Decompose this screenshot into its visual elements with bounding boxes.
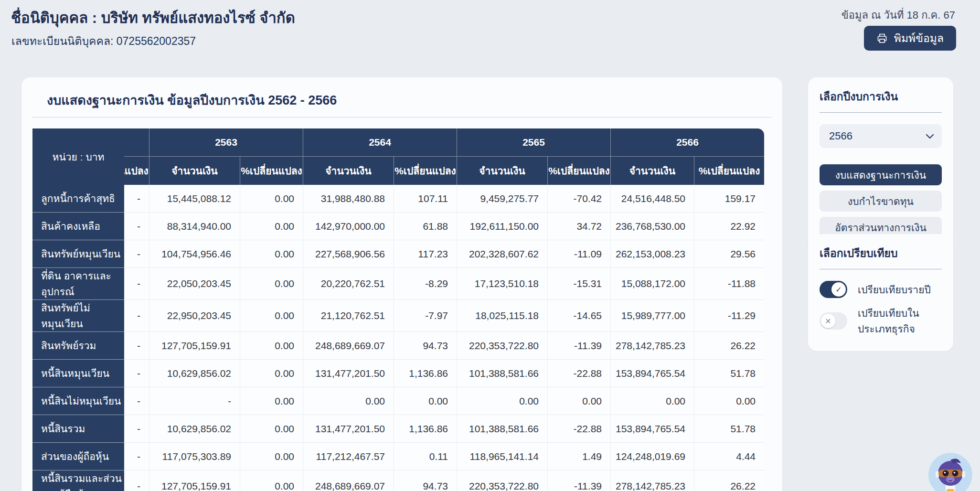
value-cell: 0.00: [240, 185, 303, 213]
value-cell: -: [149, 387, 240, 415]
value-cell: 26.22: [694, 470, 764, 491]
value-cell: -11.88: [694, 268, 764, 300]
value-cell: 236,768,530.00: [610, 213, 694, 240]
value-cell: 117,075,303.89: [149, 443, 240, 470]
value-cell: 117,212,467.57: [303, 443, 394, 470]
value-cell: 159.17: [694, 185, 764, 213]
year-select-dropdown[interactable]: 2566: [820, 124, 942, 148]
value-cell: 0.00: [240, 268, 303, 300]
table-row: สินค้าคงเหลือ--88,314,940.000.00142,970,…: [32, 213, 764, 240]
row-label: สินทรัพย์หมุนเวียน: [32, 240, 124, 268]
value-cell: 192,611,150.00: [457, 213, 547, 240]
value-cell: -11.29: [694, 300, 764, 332]
value-cell: 0.00: [610, 387, 694, 415]
table-row: สินทรัพย์หมุนเวียน--104,754,956.460.0022…: [32, 240, 764, 268]
page-title: ชื่อนิติบุคคล : บริษัท ทรัพย์แสงทองไรซ์ …: [11, 6, 295, 30]
value-cell: 29.56: [694, 240, 764, 268]
table-row: ลูกหนี้การค้าสุทธิ--15,445,088.120.0031,…: [32, 185, 764, 213]
statement-type-button[interactable]: งบกำไรขาดทุน: [820, 191, 942, 212]
year-header-2563: 2563: [149, 128, 303, 157]
value-cell: 51.78: [694, 415, 764, 443]
statement-type-button[interactable]: งบแสดงฐานะการเงิน: [820, 164, 942, 185]
value-cell: 0.00: [240, 300, 303, 332]
value-cell: 15,088,172.00: [610, 268, 694, 300]
financial-table-scroll-area[interactable]: หน่วย : บาท25622563256425652566จำนวนเงิน…: [32, 128, 764, 491]
table-row: หนี้สินรวมและส่วนของผู้ถือหุ้น--127,705,…: [32, 470, 764, 491]
value-cell: 227,568,906.56: [303, 240, 394, 268]
value-cell: -22.88: [547, 360, 610, 387]
value-cell: 10,629,856.02: [149, 415, 240, 443]
year-panel: เลือกปีงบการเงิน 2566 งบแสดงฐานะการเงินง…: [808, 77, 953, 251]
change-header-2565: %เปลี่ยนแปลง: [547, 157, 610, 185]
title-divider: [32, 117, 772, 117]
value-cell: 127,705,159.91: [149, 332, 240, 360]
table-row: หนี้สินหมุนเวียน--10,629,856.020.00131,4…: [32, 360, 764, 387]
value-cell: 0.11: [394, 443, 457, 470]
row-label: หนี้สินหมุนเวียน: [32, 360, 124, 387]
compare-toggle-row: ✕เปรียบเทียบในประเภทธุรกิจ: [820, 305, 942, 337]
row-label: ที่ดิน อาคารและอุปกรณ์: [32, 268, 124, 300]
value-cell: 248,689,669.07: [303, 470, 394, 491]
value-cell: -70.42: [547, 185, 610, 213]
value-cell: 88,314,940.00: [149, 213, 240, 240]
check-icon: ✓: [831, 282, 846, 297]
unit-header-cell: หน่วย : บาท: [32, 128, 124, 185]
value-cell: 26.22: [694, 332, 764, 360]
value-cell: 0.00: [457, 387, 547, 415]
value-cell: 0.00: [394, 387, 457, 415]
value-cell: 0.00: [240, 332, 303, 360]
registration-number: เลขทะเบียนนิติบุคคล: 0725562002357: [11, 32, 196, 50]
value-cell: 22,050,203.45: [149, 268, 240, 300]
value-cell: 0.00: [240, 415, 303, 443]
value-cell: 15,445,088.12: [149, 185, 240, 213]
value-cell: 248,689,669.07: [303, 332, 394, 360]
toggle-switch[interactable]: ✓: [820, 281, 847, 298]
table-row: สินทรัพย์รวม--127,705,159.910.00248,689,…: [32, 332, 764, 360]
amount-header-2564: จำนวนเงิน: [303, 157, 394, 185]
value-cell: 1.49: [547, 443, 610, 470]
value-cell: -11.39: [547, 470, 610, 491]
value-cell: 107.11: [394, 185, 457, 213]
value-cell: 10,629,856.02: [149, 360, 240, 387]
value-cell: 127,705,159.91: [149, 470, 240, 491]
value-cell: 15,989,777.00: [610, 300, 694, 332]
chatbot-avatar[interactable]: [927, 452, 973, 491]
value-cell: -14.65: [547, 300, 610, 332]
value-cell: 0.00: [240, 360, 303, 387]
change-header-2564: %เปลี่ยนแปลง: [394, 157, 457, 185]
toggle-label: เปรียบเทียบรายปี: [858, 282, 931, 298]
value-cell: 22.92: [694, 213, 764, 240]
row-label: สินค้าคงเหลือ: [32, 213, 124, 240]
value-cell: 142,970,000.00: [303, 213, 394, 240]
print-button[interactable]: พิมพ์ข้อมูล: [864, 26, 956, 51]
table-row: ที่ดิน อาคารและอุปกรณ์--22,050,203.450.0…: [32, 268, 764, 300]
value-cell: 118,965,141.14: [457, 443, 547, 470]
table-row: หนี้สินรวม--10,629,856.020.00131,477,201…: [32, 415, 764, 443]
value-cell: 9,459,275.77: [457, 185, 547, 213]
value-cell: 0.00: [240, 443, 303, 470]
compare-panel-divider: [820, 269, 942, 269]
value-cell: 31,988,480.88: [303, 185, 394, 213]
compare-toggle-row: ✓เปรียบเทียบรายปี: [820, 281, 942, 298]
value-cell: 202,328,607.62: [457, 240, 547, 268]
value-cell: 153,894,765.54: [610, 360, 694, 387]
value-cell: 0.00: [240, 470, 303, 491]
value-cell: -7.97: [394, 300, 457, 332]
value-cell: 0.00: [240, 213, 303, 240]
change-header-2563: %เปลี่ยนแปลง: [240, 157, 303, 185]
value-cell: 124,248,019.69: [610, 443, 694, 470]
value-cell: 104,754,956.46: [149, 240, 240, 268]
value-cell: 94.73: [394, 332, 457, 360]
printer-icon: [876, 32, 888, 44]
toggle-switch[interactable]: ✕: [820, 312, 847, 330]
amount-header-2565: จำนวนเงิน: [457, 157, 547, 185]
year-panel-divider: [820, 112, 942, 113]
print-button-label: พิมพ์ข้อมูล: [894, 30, 944, 47]
table-row: ส่วนของผู้ถือหุ้น--117,075,303.890.00117…: [32, 443, 764, 470]
value-cell: 0.00: [240, 240, 303, 268]
row-label: ส่วนของผู้ถือหุ้น: [32, 443, 124, 470]
x-icon: ✕: [821, 314, 835, 328]
value-cell: 1,136.86: [394, 415, 457, 443]
table-row: หนี้สินไม่หมุนเวียน---0.000.000.000.000.…: [32, 387, 764, 415]
value-cell: 153,894,765.54: [610, 415, 694, 443]
